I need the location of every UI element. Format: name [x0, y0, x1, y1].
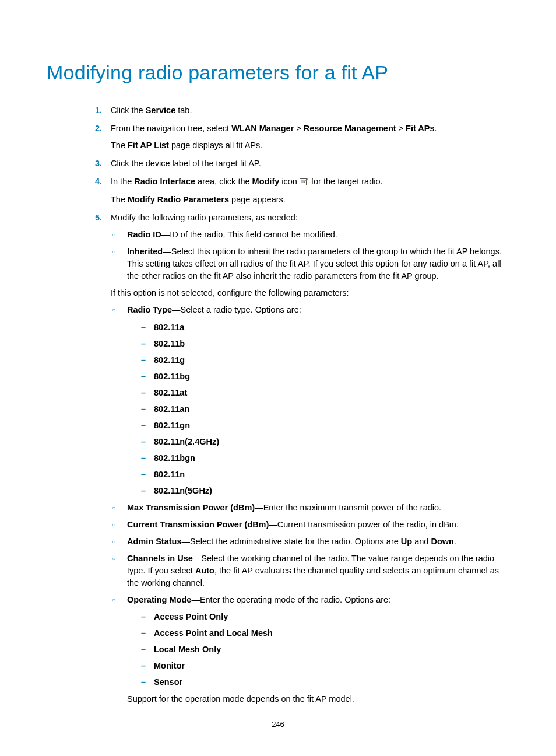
- param-item: Channels in Use—Select the working chann…: [111, 552, 509, 589]
- step-number: 1.: [87, 104, 102, 117]
- param-item: Radio ID—ID of the radio. This field can…: [111, 229, 509, 241]
- step-number: 5.: [87, 212, 102, 224]
- list-item: 802.11gn: [139, 419, 509, 432]
- param-item: Current Transmission Power (dBm)—Current…: [111, 519, 509, 531]
- list-item: 802.11at: [139, 387, 509, 399]
- param-label: Radio Type: [127, 305, 172, 314]
- svg-rect-0: [300, 179, 306, 186]
- param-item: Inherited—Select this option to inherit …: [111, 246, 509, 282]
- list-item: 802.11n: [139, 468, 509, 481]
- step-text: In the Radio Interface area, click the M…: [111, 176, 509, 189]
- step-text: If this option is not selected, configur…: [111, 287, 509, 299]
- bold-term: Modify Radio Parameters: [128, 195, 229, 204]
- param-label: Operating Mode: [127, 595, 191, 604]
- bold-term: Service: [146, 106, 176, 115]
- param-label: Current Transmission Power (dBm): [127, 520, 269, 529]
- bold-term: Modify: [252, 177, 280, 186]
- step-text: Support for the operation mode depends o…: [127, 693, 509, 705]
- bold-term: Radio Interface: [134, 177, 195, 186]
- param-label: Radio ID: [127, 230, 161, 239]
- bold-term: WLAN Manager: [231, 124, 294, 133]
- param-item: Admin Status—Select the administrative s…: [111, 536, 509, 548]
- list-item: Local Mesh Only: [139, 643, 509, 656]
- param-item: Radio Type—Select a radio type. Options …: [111, 304, 509, 496]
- list-item: 802.11an: [139, 403, 509, 415]
- page-title: Modifying radio parameters for a fit AP: [47, 58, 509, 87]
- operating-mode-list: Access Point Only Access Point and Local…: [139, 611, 509, 688]
- param-label: Inherited: [127, 247, 163, 256]
- step-number: 3.: [87, 158, 102, 170]
- step-5: 5. Modify the following radio parameters…: [87, 212, 509, 705]
- step-intro: Modify the following radio parameters, a…: [111, 212, 509, 224]
- list-item: 802.11bg: [139, 370, 509, 383]
- step-text: The Modify Radio Parameters page appears…: [111, 194, 509, 206]
- list-item: 802.11n(2.4GHz): [139, 436, 509, 448]
- bold-term: Fit AP List: [128, 141, 169, 150]
- param-label: Channels in Use: [127, 554, 193, 563]
- steps-list: 1. Click the Service tab. 2. From the na…: [87, 104, 509, 705]
- step-text: The Fit AP List page displays all fit AP…: [111, 139, 509, 152]
- step-text: From the navigation tree, select WLAN Ma…: [111, 123, 509, 135]
- list-item: 802.11bgn: [139, 452, 509, 464]
- param-label: Admin Status: [127, 537, 181, 546]
- param-list: Radio Type—Select a radio type. Options …: [111, 304, 509, 705]
- list-item: Access Point and Local Mesh: [139, 627, 509, 639]
- document-page: Modifying radio parameters for a fit AP …: [0, 0, 556, 756]
- step-2: 2. From the navigation tree, select WLAN…: [87, 123, 509, 152]
- list-item: 802.11n(5GHz): [139, 485, 509, 497]
- list-item: 802.11b: [139, 338, 509, 350]
- list-item: 802.11g: [139, 354, 509, 366]
- bold-term: Fit APs: [406, 124, 434, 133]
- list-item: Access Point Only: [139, 611, 509, 623]
- bold-term: Resource Management: [304, 124, 396, 133]
- step-number: 2.: [87, 123, 102, 135]
- step-3: 3. Click the device label of the target …: [87, 158, 509, 170]
- modify-icon: [300, 177, 309, 189]
- page-number: 246: [0, 719, 556, 730]
- list-item: Sensor: [139, 676, 509, 688]
- list-item: Monitor: [139, 660, 509, 672]
- step-number: 4.: [87, 176, 102, 188]
- step-text: Click the device label of the target fit…: [111, 158, 509, 170]
- list-item: 802.11a: [139, 321, 509, 334]
- param-label: Max Transmission Power (dBm): [127, 503, 255, 512]
- param-item: Max Transmission Power (dBm)—Enter the m…: [111, 502, 509, 514]
- radio-type-list: 802.11a 802.11b 802.11g 802.11bg 802.11a…: [139, 321, 509, 497]
- param-list: Radio ID—ID of the radio. This field can…: [111, 229, 509, 282]
- param-item: Operating Mode—Enter the operating mode …: [111, 594, 509, 705]
- step-4: 4. In the Radio Interface area, click th…: [87, 176, 509, 206]
- step-text: Click the Service tab.: [111, 104, 509, 117]
- step-1: 1. Click the Service tab.: [87, 104, 509, 117]
